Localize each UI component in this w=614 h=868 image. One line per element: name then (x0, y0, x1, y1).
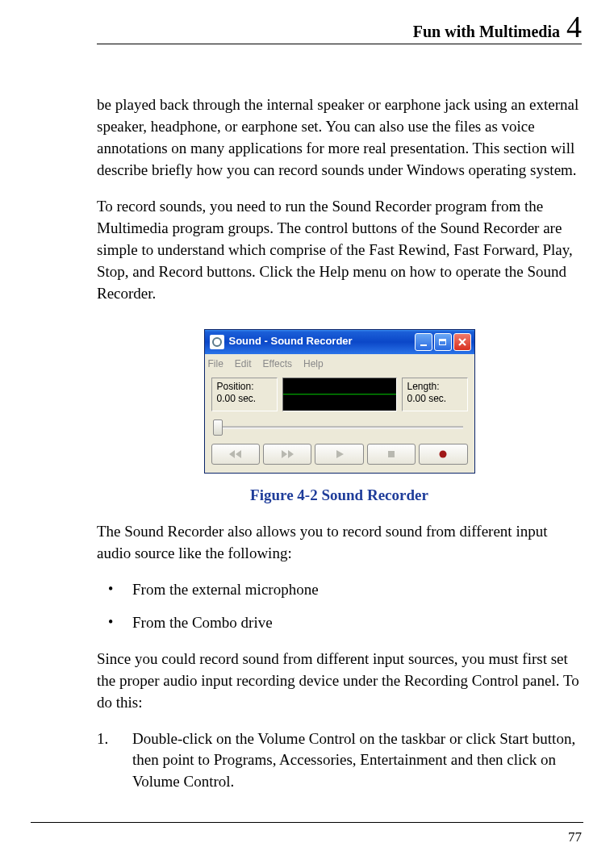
footer-rule (31, 822, 583, 823)
menu-help[interactable]: Help (303, 357, 324, 371)
length-panel: Length: 0.00 sec. (402, 378, 468, 411)
play-icon (332, 449, 348, 459)
page-number: 77 (568, 829, 582, 845)
list-item: From the Combo drive (97, 612, 582, 634)
length-label: Length: (407, 381, 462, 394)
position-panel: Position: 0.00 sec. (211, 378, 278, 411)
rewind-icon (228, 449, 244, 459)
close-icon (457, 337, 467, 347)
window-body: Position: 0.00 sec. Length: 0.00 sec. (205, 373, 474, 473)
waveform-display (282, 378, 397, 411)
numbered-list: 1. Double-click on the Volume Control on… (97, 728, 582, 794)
step-number: 1. (97, 728, 108, 750)
step-text: Double-click on the Volume Control on th… (132, 730, 575, 791)
rewind-button[interactable] (211, 444, 260, 465)
svg-point-1 (440, 450, 447, 457)
window-title: Sound - Sound Recorder (229, 334, 415, 348)
menubar: File Edit Effects Help (205, 354, 474, 373)
menu-effects[interactable]: Effects (263, 357, 292, 371)
paragraph-3: The Sound Recorder also allows you to re… (97, 521, 582, 565)
play-button[interactable] (315, 444, 363, 465)
header-title: Fun with Multimedia (413, 23, 560, 41)
record-button[interactable] (419, 444, 467, 465)
stop-icon (383, 449, 399, 459)
maximize-button[interactable] (434, 333, 452, 351)
window-buttons (415, 333, 471, 351)
paragraph-1: be played back through the internal spea… (97, 94, 582, 182)
list-item: 1. Double-click on the Volume Control on… (97, 728, 582, 794)
figure: Sound - Sound Recorder File Edit Effects… (97, 329, 582, 474)
paragraph-4: Since you could record sound from differ… (97, 649, 582, 714)
menu-file[interactable]: File (208, 357, 223, 371)
chapter-number: 4 (566, 11, 582, 42)
minimize-button[interactable] (415, 333, 432, 351)
control-buttons (211, 444, 468, 465)
record-icon (435, 449, 451, 459)
list-item: From the external microphone (97, 579, 582, 601)
length-value: 0.00 sec. (407, 393, 462, 406)
app-icon (210, 335, 224, 349)
forward-button[interactable] (263, 444, 311, 465)
position-label: Position: (217, 381, 272, 394)
sound-recorder-window: Sound - Sound Recorder File Edit Effects… (204, 329, 475, 474)
page-header: Fun with Multimedia 4 (97, 11, 582, 44)
paragraph-2: To record sounds, you need to run the So… (97, 196, 582, 305)
titlebar: Sound - Sound Recorder (205, 330, 474, 354)
page-content: be played back through the internal spea… (97, 94, 582, 793)
stop-button[interactable] (367, 444, 416, 465)
seek-slider[interactable] (211, 418, 468, 437)
forward-icon (279, 449, 295, 459)
svg-rect-0 (388, 451, 395, 457)
close-button[interactable] (453, 333, 471, 351)
figure-caption: Figure 4-2 Sound Recorder (97, 485, 582, 507)
menu-edit[interactable]: Edit (235, 357, 252, 371)
position-value: 0.00 sec. (217, 393, 272, 406)
bullet-list: From the external microphone From the Co… (97, 579, 582, 634)
slider-thumb[interactable] (213, 419, 223, 436)
